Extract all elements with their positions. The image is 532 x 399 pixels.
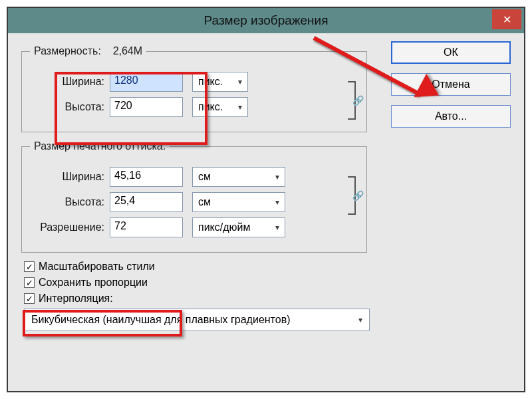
print-size-legend: Размер печатного оттиска:	[30, 140, 170, 152]
height-unit-select[interactable]: пикс. ▾	[192, 97, 248, 117]
window-title: Размер изображения	[8, 13, 524, 28]
checkbox-icon: ✓	[24, 261, 35, 272]
constrain-proportions-checkbox-row[interactable]: ✓ Сохранить пропорции	[24, 277, 508, 289]
print-height-unit-select[interactable]: см ▾	[192, 192, 285, 212]
resolution-unit-select[interactable]: пикс/дюйм ▾	[192, 217, 285, 237]
link-print-dimensions-icon[interactable]: 🔗	[344, 174, 362, 217]
chevron-down-icon: ▾	[238, 77, 242, 86]
interpolation-label: Интерполяция:	[39, 293, 113, 305]
cancel-button[interactable]: Отмена	[391, 73, 511, 96]
width-unit-select[interactable]: пикс. ▾	[192, 72, 248, 92]
chevron-down-icon: ▾	[275, 223, 279, 232]
chain-icon: 🔗	[352, 190, 364, 201]
width-label: Ширина:	[30, 76, 110, 88]
height-label: Высота:	[30, 101, 110, 113]
height-input[interactable]: 720	[110, 97, 183, 117]
chevron-down-icon: ▾	[275, 198, 279, 207]
pixel-dimensions-group: Размерность: 2,64M Ширина: 1280 пикс. ▾ …	[21, 45, 367, 132]
scale-styles-checkbox-row[interactable]: ✓ Масштабировать стили	[24, 261, 508, 273]
chain-icon: 🔗	[352, 95, 364, 106]
dialog-body: ОК Отмена Авто... Размерность: 2,64M Шир…	[8, 33, 524, 343]
interpolation-checkbox-row[interactable]: ✓ Интерполяция:	[24, 293, 508, 305]
checkbox-icon: ✓	[24, 293, 35, 304]
interpolation-select[interactable]: Бикубическая (наилучшая для плавных град…	[24, 309, 370, 331]
print-width-label: Ширина:	[30, 171, 110, 183]
width-input[interactable]: 1280	[110, 72, 183, 92]
pixel-dimensions-legend: Размерность: 2,64M	[30, 45, 146, 57]
print-width-unit-select[interactable]: см ▾	[192, 167, 285, 187]
close-button[interactable]: ✕	[492, 9, 521, 29]
chevron-down-icon: ▾	[358, 315, 362, 325]
link-dimensions-icon[interactable]: 🔗	[344, 78, 362, 122]
ok-button[interactable]: ОК	[391, 41, 511, 64]
title-bar: Размер изображения ✕	[8, 8, 524, 33]
resolution-label: Разрешение:	[30, 221, 110, 233]
print-size-group: Размер печатного оттиска: Ширина: 45,16 …	[21, 140, 367, 253]
print-width-input[interactable]: 45,16	[110, 167, 183, 187]
chevron-down-icon: ▾	[275, 172, 279, 182]
print-height-input[interactable]: 25,4	[110, 192, 183, 212]
print-height-label: Высота:	[30, 196, 110, 208]
constrain-proportions-label: Сохранить пропорции	[39, 277, 148, 289]
auto-button[interactable]: Авто...	[391, 105, 511, 128]
dialog-window: Размер изображения ✕ ОК Отмена Авто... Р…	[7, 7, 525, 392]
checkbox-icon: ✓	[24, 277, 35, 288]
resolution-input[interactable]: 72	[110, 217, 183, 237]
scale-styles-label: Масштабировать стили	[39, 261, 155, 273]
chevron-down-icon: ▾	[238, 102, 242, 112]
side-buttons: ОК Отмена Авто...	[391, 41, 511, 128]
close-icon: ✕	[503, 13, 511, 26]
